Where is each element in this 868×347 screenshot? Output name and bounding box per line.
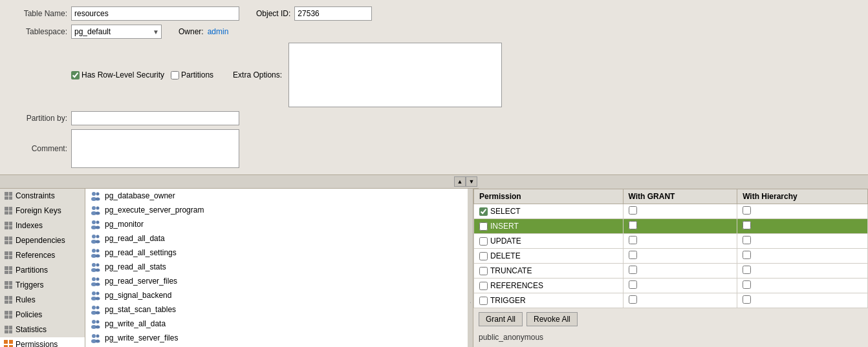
svg-point-15 — [92, 220, 96, 224]
perm-grant-cell[interactable] — [623, 293, 737, 308]
user-list-item[interactable]: pg_database_owner — [85, 189, 473, 203]
perm-hierarchy-checkbox[interactable] — [743, 251, 751, 259]
svg-point-50 — [96, 340, 100, 343]
object-id-input[interactable] — [294, 6, 372, 21]
partitions-checkbox-label[interactable]: Partitions — [171, 70, 213, 79]
vertical-splitter[interactable]: ··· — [468, 189, 473, 347]
perm-checkbox[interactable] — [479, 237, 488, 246]
user-list-item[interactable]: pg_signal_backend — [85, 288, 473, 302]
sidebar-item-policies[interactable]: Policies — [0, 308, 85, 322]
tablespace-select[interactable]: pg_default — [71, 25, 162, 39]
perm-grant-checkbox[interactable] — [629, 295, 637, 304]
partitions-label: Partitions — [181, 70, 213, 79]
grant-all-button[interactable]: Grant All — [479, 312, 523, 326]
scroll-down-btn[interactable]: ▼ — [466, 176, 477, 187]
perm-hierarchy-checkbox[interactable] — [743, 236, 751, 244]
perm-checkbox-label[interactable]: UPDATE — [479, 237, 618, 246]
user-list-item[interactable]: pg_write_all_data — [85, 317, 473, 331]
perm-checkbox[interactable] — [479, 207, 488, 216]
perm-hierarchy-checkbox[interactable] — [743, 266, 751, 274]
statistics-icon — [4, 325, 13, 334]
partitions-checkbox[interactable] — [171, 71, 179, 79]
permission-row[interactable]: TRIGGER — [474, 293, 868, 308]
extra-options-textarea[interactable] — [288, 43, 502, 107]
perm-hierarchy-cell[interactable] — [737, 249, 868, 264]
user-list-item[interactable]: pg_monitor — [85, 217, 473, 231]
perm-grant-checkbox[interactable] — [629, 266, 637, 274]
svg-point-23 — [92, 249, 96, 253]
perm-grant-checkbox[interactable] — [629, 236, 637, 244]
perm-grant-cell[interactable] — [623, 249, 737, 264]
sidebar-item-permissions[interactable]: Permissions — [0, 337, 85, 347]
permission-row[interactable]: INSERT — [474, 219, 868, 234]
sidebar-item-partitions[interactable]: Partitions — [0, 263, 85, 278]
sidebar-item-dependencies[interactable]: Dependencies — [0, 233, 85, 248]
user-list-item[interactable]: pg_stat_scan_tables — [85, 302, 473, 317]
perm-hierarchy-cell[interactable] — [737, 279, 868, 293]
sidebar-item-constraints[interactable]: Constraints — [0, 189, 85, 204]
user-list-item[interactable]: pg_read_all_data — [85, 231, 473, 246]
perm-checkbox[interactable] — [479, 222, 488, 231]
perm-checkbox-label[interactable]: REFERENCES — [479, 281, 618, 290]
perm-checkbox-label[interactable]: TRUNCATE — [479, 266, 618, 275]
perm-grant-checkbox[interactable] — [629, 206, 637, 215]
user-list-item[interactable]: pg_read_server_files — [85, 274, 473, 288]
perm-grant-cell[interactable] — [623, 234, 737, 249]
sidebar-item-foreign-keys[interactable]: Foreign Keys — [0, 204, 85, 218]
permission-row[interactable]: UPDATE — [474, 234, 868, 249]
permission-row[interactable]: SELECT — [474, 204, 868, 219]
perm-grant-checkbox[interactable] — [629, 251, 637, 259]
scroll-up-btn[interactable]: ▲ — [454, 176, 466, 187]
perm-hierarchy-checkbox[interactable] — [743, 221, 751, 229]
permission-row[interactable]: REFERENCES — [474, 279, 868, 293]
perm-hierarchy-cell[interactable] — [737, 204, 868, 219]
perm-grant-cell[interactable] — [623, 219, 737, 234]
user-list-item[interactable]: pg_write_server_files — [85, 331, 473, 345]
sidebar-item-triggers[interactable]: Triggers — [0, 278, 85, 293]
perm-grant-checkbox[interactable] — [629, 280, 637, 289]
perm-grant-cell[interactable] — [623, 279, 737, 293]
user-list-item[interactable]: pg_execute_server_program — [85, 203, 473, 217]
sidebar-item-references[interactable]: References — [0, 248, 85, 263]
user-group-icon — [91, 333, 101, 343]
sidebar-item-rules[interactable]: Rules — [0, 293, 85, 308]
permissions-icon — [4, 340, 13, 347]
comment-textarea[interactable] — [71, 129, 239, 168]
perm-checkbox[interactable] — [479, 252, 488, 260]
perm-hierarchy-cell[interactable] — [737, 293, 868, 308]
perm-hierarchy-cell[interactable] — [737, 234, 868, 249]
partition-by-input[interactable] — [71, 111, 239, 125]
perm-hierarchy-cell[interactable] — [737, 264, 868, 279]
sidebar-item-indexes[interactable]: Indexes — [0, 218, 85, 233]
perm-grant-checkbox[interactable] — [629, 221, 637, 229]
sidebar-item-statistics[interactable]: Statistics — [0, 322, 85, 337]
perm-grant-cell[interactable] — [623, 264, 737, 279]
user-list-item[interactable]: pg_read_all_stats — [85, 260, 473, 274]
perm-grant-cell[interactable] — [623, 204, 737, 219]
perm-hierarchy-checkbox[interactable] — [743, 280, 751, 289]
perm-hierarchy-checkbox[interactable] — [743, 206, 751, 215]
svg-point-26 — [96, 255, 100, 258]
perm-checkbox[interactable] — [479, 267, 488, 275]
perm-checkbox[interactable] — [479, 297, 488, 305]
perm-checkbox[interactable] — [479, 282, 488, 290]
user-name: pg_execute_server_program — [105, 205, 204, 215]
perm-checkbox-label[interactable]: SELECT — [479, 207, 618, 216]
perm-checkbox-label[interactable]: INSERT — [479, 222, 618, 231]
permission-row[interactable]: TRUNCATE — [474, 264, 868, 279]
rls-checkbox[interactable] — [71, 71, 80, 79]
rls-checkbox-label[interactable]: Has Row-Level Security — [71, 70, 164, 79]
perm-hierarchy-cell[interactable] — [737, 219, 868, 234]
perm-checkbox-label[interactable]: TRIGGER — [479, 296, 618, 305]
perm-name: DELETE — [490, 251, 521, 260]
partitions-icon — [4, 266, 13, 275]
col-with-grant: With GRANT — [623, 189, 737, 204]
perm-checkbox-label[interactable]: DELETE — [479, 251, 618, 260]
perm-hierarchy-checkbox[interactable] — [743, 295, 751, 304]
table-name-input[interactable] — [71, 6, 239, 21]
svg-point-31 — [92, 277, 96, 281]
owner-link[interactable]: admin — [208, 27, 229, 36]
permission-row[interactable]: DELETE — [474, 249, 868, 264]
user-list-item[interactable]: pg_read_all_settings — [85, 246, 473, 260]
revoke-all-button[interactable]: Revoke All — [526, 312, 578, 326]
